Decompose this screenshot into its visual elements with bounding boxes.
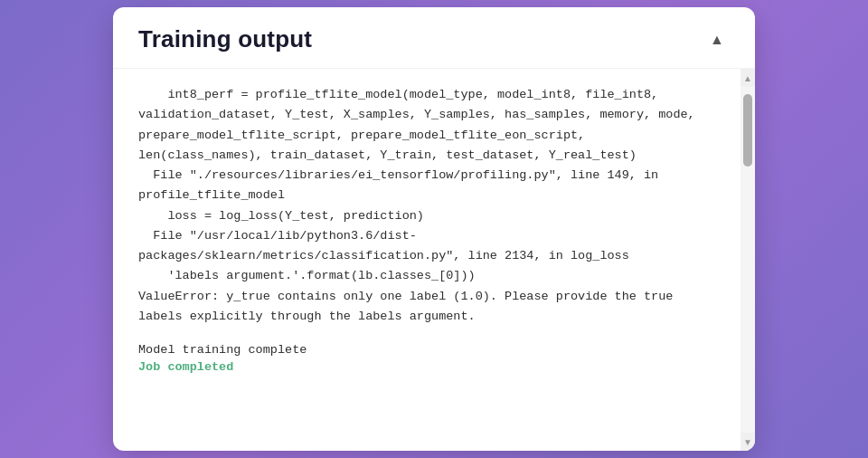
training-output-modal: Training output ▲ int8_perf = profile_tf…: [113, 7, 755, 451]
collapse-button[interactable]: ▲: [704, 27, 730, 52]
modal-title: Training output: [138, 25, 312, 53]
modal-header: Training output ▲: [113, 7, 755, 69]
model-complete-text: Model training complete: [138, 343, 715, 357]
content-area[interactable]: int8_perf = profile_tflite_model(model_t…: [113, 69, 741, 451]
scrollbar-arrow-down[interactable]: ▼: [741, 433, 755, 451]
scrollbar-track: ▲ ▼: [741, 69, 755, 451]
code-output: int8_perf = profile_tflite_model(model_t…: [138, 85, 715, 327]
scrollbar-arrow-up[interactable]: ▲: [741, 69, 755, 87]
scrollbar-thumb[interactable]: [743, 94, 752, 167]
arrow-down-icon: ▼: [743, 437, 752, 447]
modal-body: int8_perf = profile_tflite_model(model_t…: [113, 69, 755, 451]
arrow-up-icon: ▲: [743, 73, 752, 83]
job-completed-text: Job completed: [138, 360, 715, 374]
chevron-up-icon: ▲: [710, 32, 724, 48]
